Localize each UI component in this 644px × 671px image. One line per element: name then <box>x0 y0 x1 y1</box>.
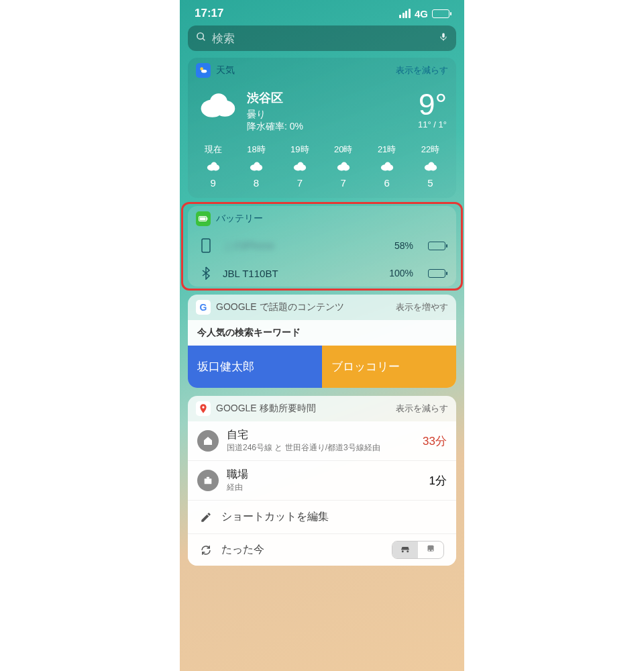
hour-label: 20時 <box>334 144 352 156</box>
signal-icon <box>399 9 411 18</box>
destination-route: 国道246号線 と 世田谷通り/都道3号線経由 <box>227 442 415 454</box>
google-trends-widget[interactable]: G GOOGLE で話題のコンテンツ 表示を増やす 今人気の検索キーワード 坂口… <box>188 295 456 388</box>
weather-precip: 降水確率: 0% <box>247 121 409 133</box>
trending-header: 今人気の検索キーワード <box>188 320 456 346</box>
hour-label: 22時 <box>421 144 439 156</box>
svg-rect-28 <box>200 217 206 221</box>
search-input[interactable]: 検索 <box>188 25 456 51</box>
travel-time-widget[interactable]: GOOGLE 移動所要時間 表示を減らす 自宅 国道246号線 と 世田谷通り/… <box>188 396 456 566</box>
travel-destination-row[interactable]: 職場 経由 1分 <box>188 461 456 501</box>
transport-mode-toggle[interactable] <box>392 541 444 559</box>
car-mode-icon[interactable] <box>392 541 418 558</box>
cloud-icon <box>423 161 438 172</box>
weather-location: 渋谷区 <box>247 90 409 106</box>
travel-title: GOOGLE 移動所要時間 <box>216 403 390 415</box>
work-icon <box>197 470 219 491</box>
travel-duration: 33分 <box>423 433 447 449</box>
hour-temp: 6 <box>384 177 389 189</box>
travel-duration: 1分 <box>429 473 447 488</box>
svg-point-5 <box>201 70 207 73</box>
battery-app-icon <box>196 211 211 226</box>
device-percent: 100% <box>389 268 413 278</box>
svg-point-34 <box>402 550 404 552</box>
device-percent: 58% <box>394 240 413 251</box>
cloud-icon <box>336 161 351 172</box>
svg-rect-33 <box>207 477 209 479</box>
svg-point-14 <box>254 162 260 168</box>
phone-icon <box>199 238 213 253</box>
weather-app-icon <box>196 63 211 78</box>
destination-name: 職場 <box>227 468 421 482</box>
home-icon <box>197 430 219 452</box>
trend-item[interactable]: 坂口健太郎 <box>188 346 322 388</box>
status-bar: 17:17 4G <box>180 0 464 21</box>
destination-name: 自宅 <box>227 428 415 442</box>
battery-level-icon <box>428 269 445 278</box>
weather-show-less[interactable]: 表示を減らす <box>396 64 448 76</box>
travel-destination-row[interactable]: 自宅 国道246号線 と 世田谷通り/都道3号線経由 33分 <box>188 421 456 461</box>
google-icon: G <box>196 300 211 315</box>
cloud-icon <box>197 90 237 119</box>
svg-point-17 <box>297 162 303 168</box>
travel-show-less[interactable]: 表示を減らす <box>396 403 448 415</box>
svg-rect-29 <box>207 217 207 220</box>
destination-route: 経由 <box>227 482 421 493</box>
google-trends-show-more[interactable]: 表示を増やす <box>396 301 448 313</box>
svg-point-38 <box>431 550 433 551</box>
battery-device-row: このiPhone 58% <box>188 231 456 260</box>
maps-icon <box>196 401 211 416</box>
weather-condition: 曇り <box>247 109 409 121</box>
hour-label: 19時 <box>290 144 309 156</box>
svg-rect-32 <box>205 478 212 484</box>
hour-label: 現在 <box>205 144 222 156</box>
hour-temp: 5 <box>427 177 433 189</box>
svg-rect-30 <box>202 239 210 252</box>
battery-widget[interactable]: バッテリー このiPhone 58% JBL T110BT 100% <box>188 206 456 287</box>
last-updated-label: たった今 <box>221 543 264 557</box>
pencil-icon <box>200 511 212 523</box>
battery-level-icon <box>428 242 445 250</box>
weather-widget[interactable]: 天気 表示を減らす 渋谷区 曇り 降水確率: 0% 9° 11° / 1° 現在… <box>188 58 456 198</box>
hourly-forecast: 現在9 18時8 19時7 20時7 21時6 22時5 <box>188 137 456 198</box>
bluetooth-icon <box>199 266 213 280</box>
svg-point-23 <box>384 162 390 168</box>
hour-temp: 8 <box>254 177 259 189</box>
mic-icon[interactable] <box>439 31 448 46</box>
cloud-icon <box>380 161 394 172</box>
search-placeholder: 検索 <box>212 31 433 46</box>
svg-point-26 <box>428 162 434 168</box>
battery-title: バッテリー <box>216 213 448 225</box>
svg-point-31 <box>202 406 204 408</box>
train-mode-icon[interactable] <box>418 541 443 558</box>
search-icon <box>196 32 207 45</box>
hour-label: 18時 <box>247 144 265 156</box>
hour-label: 21時 <box>378 144 396 156</box>
svg-point-37 <box>429 550 430 551</box>
svg-point-20 <box>341 162 347 168</box>
weather-temp: 9° <box>418 90 447 119</box>
edit-shortcuts-label: ショートカットを編集 <box>221 510 329 524</box>
weather-title: 天気 <box>216 64 390 76</box>
svg-point-35 <box>407 550 409 552</box>
svg-rect-2 <box>442 33 445 38</box>
svg-point-11 <box>211 162 217 168</box>
network-label: 4G <box>415 8 428 19</box>
google-trends-title: GOOGLE で話題のコンテンツ <box>216 301 390 313</box>
hour-temp: 7 <box>341 177 346 189</box>
battery-icon <box>432 9 449 18</box>
refresh-icon[interactable] <box>200 544 212 556</box>
device-name: このiPhone <box>223 240 385 252</box>
edit-shortcuts-button[interactable]: ショートカットを編集 <box>188 501 456 534</box>
weather-hilo: 11° / 1° <box>418 119 447 130</box>
device-name: JBL T110BT <box>223 268 380 279</box>
hour-temp: 7 <box>297 177 303 189</box>
svg-point-0 <box>197 33 203 39</box>
svg-point-8 <box>210 93 227 111</box>
cloud-icon <box>292 161 307 172</box>
hour-temp: 9 <box>211 177 216 189</box>
cloud-icon <box>206 161 221 172</box>
status-time: 17:17 <box>195 7 223 20</box>
svg-line-1 <box>203 38 205 40</box>
trend-item[interactable]: ブロッコリー <box>322 346 456 388</box>
cloud-icon <box>249 161 264 172</box>
